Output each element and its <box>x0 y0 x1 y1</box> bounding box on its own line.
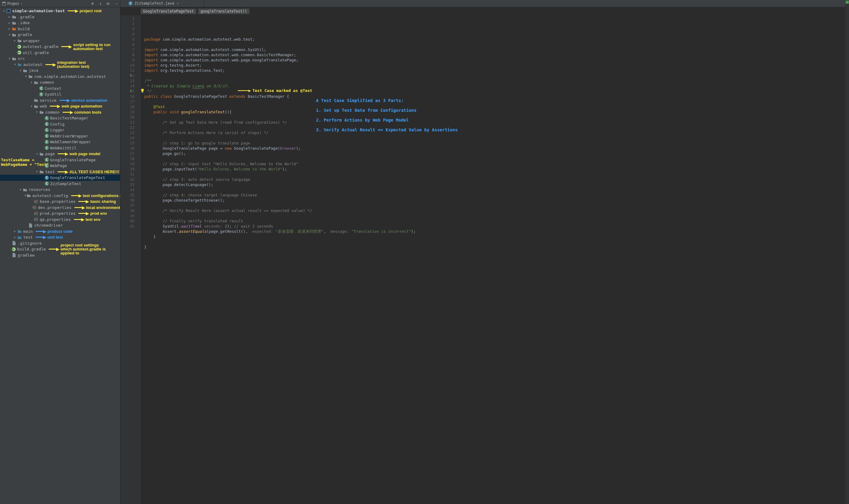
editor-tab[interactable]: CZzzSampleTest.java× <box>125 0 204 7</box>
tree-item-label: SysUtil <box>45 92 61 96</box>
tree-arrow-icon[interactable] <box>19 69 22 72</box>
gutter[interactable]: 1234567891011121314151617181920212223242… <box>120 15 138 504</box>
tree-item[interactable]: build.gradle━━━━▶project root settings w… <box>0 246 120 252</box>
breadcrumb-method[interactable]: googleTranslateTest() <box>198 8 249 14</box>
code-text[interactable]: 💡 package com.simple.automation.autotest… <box>141 15 849 504</box>
folder-icon <box>39 151 44 156</box>
tree-item-label: .gitignore <box>18 241 41 246</box>
annotation-text: ALL TEST CASES HERE!!! <box>69 169 119 174</box>
tree-item-label: com.simple.automation.autotest <box>34 74 106 79</box>
tree-arrow-icon[interactable] <box>8 15 11 18</box>
source-folder-icon <box>17 229 22 234</box>
tree-item-label: test <box>45 169 55 174</box>
tree-arrow-icon[interactable] <box>35 170 38 173</box>
editor-area: CGoogleTranslatePageTest.java×CZzzSample… <box>120 0 849 504</box>
tree-item[interactable]: chromedriver <box>0 222 120 229</box>
folder-icon <box>23 187 28 192</box>
tree-item-label: common <box>40 80 54 85</box>
tree-item[interactable]: CContext <box>0 86 120 92</box>
annotation-text: prod env <box>90 211 107 216</box>
tree-arrow-icon[interactable] <box>8 57 11 60</box>
tree-item[interactable]: test━━━━▶ALL TEST CASES HERE!!! <box>0 169 120 175</box>
tree-item[interactable]: .gradle <box>0 14 120 20</box>
tree-item[interactable]: web━━━━▶web page automation <box>0 103 120 109</box>
tree-item[interactable]: autotest-config━━━━▶test configurations … <box>0 193 120 199</box>
tree-arrow-icon[interactable] <box>35 111 38 114</box>
tree-item-label: common <box>45 110 59 114</box>
tree-arrow-icon[interactable] <box>30 105 33 108</box>
analysis-ok-icon <box>846 1 849 4</box>
annotation-text: service automation <box>71 98 108 103</box>
tree-item-label: Logger <box>50 128 65 132</box>
run-class-icon[interactable]: ▶ <box>130 73 132 77</box>
tree-item[interactable]: com.simple.automation.autotest <box>0 74 120 80</box>
module-icon <box>6 8 11 14</box>
code-editor[interactable]: 1234567891011121314151617181920212223242… <box>120 15 849 504</box>
tree-arrow-icon[interactable] <box>2 10 5 13</box>
tree-arrow-icon[interactable] <box>14 236 17 239</box>
tree-arrow-icon[interactable] <box>19 188 22 191</box>
tree-item[interactable]: CWebDriverWrapper <box>0 133 120 139</box>
tree-arrow-icon[interactable] <box>8 33 11 36</box>
close-icon[interactable]: × <box>177 1 179 5</box>
tree-item[interactable]: common <box>0 79 120 86</box>
tree-arrow-icon[interactable] <box>8 21 11 24</box>
tree-item[interactable]: CGoogleTranslatePage <box>0 157 120 163</box>
gradle-icon <box>17 50 21 55</box>
tree-item[interactable]: CSysUtil <box>0 91 120 97</box>
svg-rect-26 <box>34 218 35 218</box>
build-folder-icon <box>12 26 17 31</box>
tree-item[interactable]: dev.properties━━━━▶local environment <box>0 205 120 211</box>
tree-item[interactable]: test━━━━▶unit test <box>0 234 120 240</box>
tree-item[interactable]: base.properties━━━━▶basic sharing <box>0 199 120 205</box>
tree-arrow-icon[interactable] <box>24 75 28 78</box>
tree-item-label: test <box>23 235 33 239</box>
annotation-text: unit test <box>47 235 63 239</box>
tree-arrow-icon[interactable] <box>24 194 26 197</box>
source-folder-icon <box>17 62 22 67</box>
hide-icon[interactable]: ‒ <box>114 1 119 6</box>
tree-item-label: java <box>29 68 38 73</box>
tree-item[interactable]: service━━━━▶service automation <box>0 97 120 104</box>
tree-item[interactable]: qa.properties━━━━▶test env <box>0 217 120 223</box>
tree-item[interactable]: autotest━━━━▶integration test (automatio… <box>0 62 120 68</box>
error-stripe[interactable] <box>845 0 849 504</box>
tree-item[interactable]: CWebElementWrapper <box>0 139 120 145</box>
tree-item[interactable]: CZzzSampleTest <box>0 181 120 187</box>
tree-item[interactable]: resources <box>0 187 120 193</box>
tree-item[interactable]: CBasicTestManager <box>0 115 120 121</box>
tree-item[interactable]: page━━━━▶web page model <box>0 151 120 157</box>
gear-icon[interactable]: ⚙▾ <box>106 1 111 6</box>
breadcrumb-class[interactable]: GoogleTranslatePageTest <box>141 8 196 14</box>
tree-item[interactable]: CGoogleTranslatePageTest <box>0 175 120 181</box>
tree-item[interactable]: gradle <box>0 32 120 38</box>
tree-item[interactable]: prod.properties━━━━▶prod env <box>0 211 120 217</box>
intention-bulb-icon[interactable]: 💡 <box>140 88 145 93</box>
tree-arrow-icon[interactable] <box>30 81 33 84</box>
tree-arrow-icon[interactable] <box>14 63 17 66</box>
tree-item-label: WebDriverWrapper <box>50 134 88 138</box>
editor-tab-bar: CGoogleTranslatePageTest.java×CZzzSample… <box>120 0 849 7</box>
tree-item[interactable]: CWebWaitUtil <box>0 145 120 151</box>
project-tree[interactable]: simple-automation-test━━━━▶project root.… <box>0 8 120 258</box>
tree-arrow-icon[interactable] <box>8 27 11 30</box>
target-icon[interactable]: ⊕ <box>90 1 95 6</box>
annotation-arrow-icon: ━━━━▶ <box>74 205 84 210</box>
tree-item[interactable]: common━━━━▶common tools <box>0 109 120 115</box>
tree-item[interactable]: build <box>0 26 120 32</box>
tree-arrow-icon[interactable] <box>35 152 38 156</box>
tree-item[interactable]: simple-automation-test━━━━▶project root <box>0 8 120 14</box>
run-test-icon[interactable]: ▶ <box>130 89 132 92</box>
tree-item[interactable]: CConfig <box>0 121 120 127</box>
dropdown-icon[interactable]: ▾ <box>20 2 22 5</box>
tree-arrow-icon[interactable] <box>14 39 17 42</box>
tree-item[interactable]: CLogger <box>0 127 120 133</box>
tree-item-label: GoogleTranslatePage <box>50 158 96 162</box>
tree-item[interactable]: CWebPage <box>0 163 120 169</box>
tree-item[interactable]: main━━━━▶product code <box>0 229 120 235</box>
tree-arrow-icon[interactable] <box>14 230 17 233</box>
java-file-icon: C <box>128 1 132 5</box>
collapse-icon[interactable]: ⇕ <box>98 1 103 6</box>
tree-item[interactable]: .idea <box>0 20 120 26</box>
tree-item[interactable]: autotest.gradle━━━━▶script setting to ru… <box>0 44 120 50</box>
